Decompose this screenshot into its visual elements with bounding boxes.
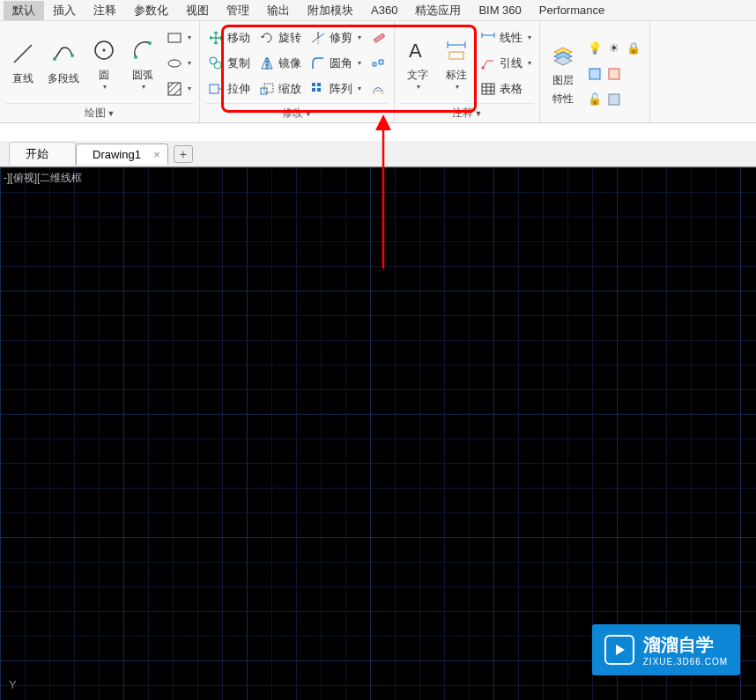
copy-icon [208, 55, 224, 71]
fillet-button[interactable]: 圆角▾ [308, 52, 364, 75]
polyline-button[interactable]: 多段线 [44, 25, 83, 101]
ellipse-button[interactable]: ▾ [164, 52, 194, 75]
grid [0, 167, 756, 700]
array-label: 阵列 [330, 81, 352, 97]
menu-bim360[interactable]: BIM 360 [470, 2, 530, 18]
menu-performance[interactable]: Performance [530, 2, 613, 18]
svg-rect-23 [317, 83, 321, 86]
panel-draw: 直线 多段线 圆▾ 圆弧▾ ▾ ▾ [0, 21, 200, 122]
array-icon [310, 81, 326, 97]
svg-rect-9 [168, 83, 181, 95]
menu-view[interactable]: 视图 [177, 1, 218, 20]
table-icon [480, 81, 496, 97]
panel-draw-label[interactable]: 绘图▼ [5, 103, 194, 122]
bulb-icon: 💡 [587, 41, 603, 56]
watermark: 溜溜自学 ZIXUE.3D66.COM [592, 624, 740, 675]
stretch-button[interactable]: 拉伸 [205, 77, 253, 100]
svg-line-10 [168, 83, 174, 88]
scale-icon [259, 81, 275, 97]
offset-icon [370, 81, 386, 97]
linear-label: 线性 [500, 30, 523, 46]
trim-button[interactable]: 修剪▾ [308, 26, 364, 49]
hatch-icon [167, 81, 182, 97]
tab-drawing1[interactable]: Drawing1× [76, 144, 168, 165]
polyline-icon [49, 40, 78, 68]
svg-text:A: A [409, 40, 422, 62]
trim-label: 修剪 [330, 30, 352, 46]
leader-button[interactable]: 引线▾ [478, 52, 534, 75]
mirror-label: 镜像 [278, 55, 301, 71]
close-icon[interactable]: × [153, 148, 160, 161]
hatch-button[interactable]: ▾ [164, 77, 194, 100]
svg-rect-41 [589, 69, 600, 79]
erase-button[interactable] [367, 26, 389, 49]
fillet-label: 圆角 [330, 55, 352, 71]
layer-state-1[interactable]: 💡☀🔒 [584, 37, 644, 60]
add-tab-button[interactable]: + [174, 145, 193, 163]
layer-state-2[interactable] [584, 63, 644, 85]
mirror-button[interactable]: 镜像 [256, 52, 304, 75]
svg-point-6 [148, 41, 152, 45]
offset-button[interactable] [367, 77, 389, 100]
scale-label: 缩放 [278, 81, 301, 97]
stretch-label: 拉伸 [227, 81, 250, 97]
array-button[interactable]: 阵列▾ [308, 77, 364, 100]
menu-bar: 默认 插入 注释 参数化 视图 管理 输出 附加模块 A360 精选应用 BIM… [0, 0, 756, 21]
viewport-label[interactable]: -][俯视][二维线框 [4, 171, 82, 186]
menu-output[interactable]: 输出 [258, 1, 299, 20]
match2-icon [606, 66, 622, 82]
rectangle-button[interactable]: ▾ [164, 26, 194, 49]
menu-annotate[interactable]: 注释 [85, 1, 125, 20]
menu-insert[interactable]: 插入 [44, 1, 85, 20]
menu-featured[interactable]: 精选应用 [406, 1, 470, 20]
dimension-button[interactable]: 标注▾ [439, 25, 474, 101]
trim-icon [310, 30, 326, 46]
lock-icon: 🔒 [626, 41, 641, 56]
copy-button[interactable]: 复制 [205, 52, 253, 75]
svg-point-8 [168, 60, 181, 67]
text-button[interactable]: A 文字▾ [400, 25, 435, 101]
tab-start[interactable]: 开始 [9, 142, 76, 166]
table-button[interactable]: 表格 [478, 77, 534, 100]
rotate-icon [259, 30, 275, 46]
menu-default[interactable]: 默认 [4, 1, 44, 20]
menu-parametric[interactable]: 参数化 [125, 1, 177, 20]
panel-annotate-label[interactable]: 注释▼ [400, 103, 534, 122]
move-button[interactable]: 移动 [205, 26, 253, 49]
svg-point-13 [210, 57, 217, 64]
arc-button[interactable]: 圆弧▾ [125, 25, 160, 101]
menu-manage[interactable]: 管理 [218, 1, 258, 20]
svg-rect-7 [168, 33, 181, 42]
linear-icon [480, 30, 496, 46]
svg-rect-22 [312, 83, 315, 86]
svg-rect-43 [609, 94, 619, 105]
svg-point-35 [482, 66, 485, 69]
svg-line-12 [174, 88, 181, 95]
scale-button[interactable]: 缩放 [256, 77, 304, 100]
menu-a360[interactable]: A360 [362, 2, 406, 18]
explode-button[interactable] [367, 52, 389, 75]
layer-props-button[interactable]: 图层 特性 [545, 25, 581, 122]
svg-rect-24 [312, 88, 315, 92]
svg-marker-46 [616, 645, 625, 655]
circle-button[interactable]: 圆▾ [86, 25, 122, 101]
rotate-button[interactable]: 旋转 [256, 26, 304, 49]
watermark-text: 溜溜自学 [643, 633, 728, 657]
table-label: 表格 [500, 81, 523, 97]
layer-state-3[interactable]: 🔓 [584, 88, 644, 111]
panel-modify-label[interactable]: 修改▼ [205, 103, 389, 122]
line-icon [9, 40, 37, 68]
line-button[interactable]: 直线 [5, 25, 41, 101]
move-label: 移动 [227, 30, 250, 46]
linear-button[interactable]: 线性▾ [478, 26, 534, 49]
leader-label: 引线 [500, 55, 523, 71]
move-icon [208, 30, 224, 46]
stretch-icon [208, 81, 224, 97]
drawing-canvas[interactable]: -][俯视][二维线框 Y 溜溜自学 ZIXUE.3D66.COM [0, 167, 756, 700]
lock2-icon: 🔓 [587, 92, 603, 107]
svg-rect-31 [449, 52, 463, 59]
menu-addins[interactable]: 附加模块 [299, 1, 362, 20]
text-icon: A [404, 36, 432, 64]
svg-point-14 [214, 62, 221, 69]
svg-rect-36 [482, 84, 494, 94]
